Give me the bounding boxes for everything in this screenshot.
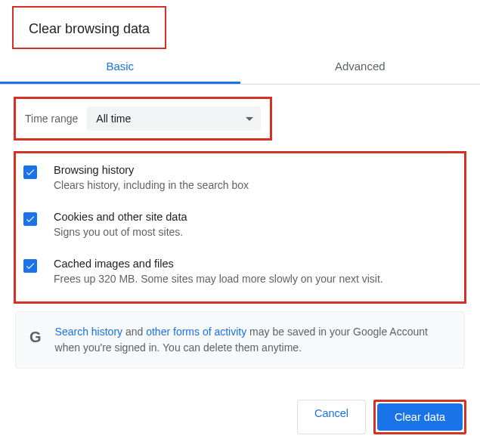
- caret-down-icon: [246, 117, 253, 121]
- option-cookies: Cookies and other site data Signs you ou…: [23, 211, 457, 238]
- timerange-label: Time range: [25, 113, 78, 125]
- info-text: Search history and other forms of activi…: [55, 324, 451, 356]
- options-list: Browsing history Clears history, includi…: [14, 151, 466, 304]
- timerange-row: Time range All time: [14, 97, 272, 141]
- google-account-info: G Search history and other forms of acti…: [15, 311, 465, 369]
- dialog-content: Time range All time Browsing history Cle…: [0, 85, 480, 369]
- checkbox-browsing-history[interactable]: [23, 165, 37, 179]
- option-title: Cookies and other site data: [54, 211, 187, 223]
- dialog-actions: Cancel Clear data: [297, 400, 466, 434]
- title-highlight: Clear browsing data: [12, 6, 166, 49]
- clear-browsing-data-dialog: Clear browsing data Basic Advanced Time …: [0, 0, 480, 369]
- check-icon: [25, 261, 36, 271]
- option-text: Cached images and files Frees up 320 MB.…: [54, 258, 383, 285]
- option-cache: Cached images and files Frees up 320 MB.…: [23, 258, 457, 285]
- link-other-activity[interactable]: other forms of activity: [146, 326, 246, 338]
- timerange-value: All time: [96, 113, 131, 125]
- timerange-select[interactable]: All time: [87, 107, 261, 131]
- check-icon: [25, 167, 36, 178]
- clear-button-highlight: Clear data: [373, 400, 466, 434]
- option-desc: Signs you out of most sites.: [54, 226, 187, 238]
- cancel-button[interactable]: Cancel: [297, 400, 366, 434]
- option-desc: Frees up 320 MB. Some sites may load mor…: [54, 273, 383, 285]
- link-search-history[interactable]: Search history: [55, 326, 122, 338]
- option-browsing-history: Browsing history Clears history, includi…: [23, 164, 457, 191]
- google-g-icon: G: [29, 326, 42, 348]
- option-text: Browsing history Clears history, includi…: [54, 164, 249, 191]
- tab-advanced[interactable]: Advanced: [240, 49, 481, 84]
- option-title: Cached images and files: [54, 258, 383, 270]
- tab-basic[interactable]: Basic: [0, 49, 240, 84]
- clear-data-button[interactable]: Clear data: [377, 403, 463, 431]
- dialog-title: Clear browsing data: [14, 8, 165, 48]
- option-title: Browsing history: [54, 164, 249, 176]
- checkbox-cookies[interactable]: [23, 212, 37, 226]
- checkbox-cache[interactable]: [23, 259, 37, 273]
- option-text: Cookies and other site data Signs you ou…: [54, 211, 187, 238]
- tabs: Basic Advanced: [0, 49, 480, 85]
- option-desc: Clears history, including in the search …: [54, 179, 249, 191]
- check-icon: [25, 214, 36, 224]
